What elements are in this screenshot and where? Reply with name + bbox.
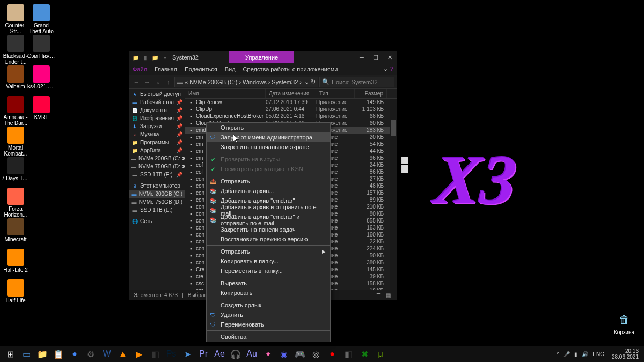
file-row[interactable]: ▪CloudExperienceHostBroker05.02.2021 4:1… xyxy=(185,113,397,120)
history-button[interactable]: ⌄ xyxy=(153,77,163,87)
context-menu-item[interactable]: Закрепить на начальном экране xyxy=(207,142,330,152)
desktop-icon[interactable]: Forza Horizon... xyxy=(3,188,28,218)
sidebar-item[interactable]: ▬NVMe 200GB (C:) xyxy=(129,190,185,198)
context-menu-item[interactable]: Копировать xyxy=(207,288,330,298)
taskbar-button[interactable]: ➤ xyxy=(179,346,195,362)
taskbar-button[interactable]: 🎮 xyxy=(292,346,308,362)
sidebar-item[interactable]: ♪Музыка📌 xyxy=(129,130,185,138)
context-menu-item[interactable]: Копировать в папку... xyxy=(207,256,330,266)
desktop-icon[interactable]: Mortal Kombat... xyxy=(3,127,28,157)
sidebar-item[interactable]: ▬NVMe 750GB (D:) xyxy=(129,198,185,206)
crumb-system32[interactable]: System32 xyxy=(272,79,298,85)
tab-apptools[interactable]: Средства работы с приложениями xyxy=(243,66,338,72)
scroll-thumb[interactable] xyxy=(391,120,396,136)
desktop-icon[interactable]: Minecraft xyxy=(3,218,28,242)
taskbar-button[interactable]: ✦ xyxy=(260,346,276,362)
tab-view[interactable]: Вид xyxy=(225,66,236,72)
maximize-button[interactable]: ☐ xyxy=(369,51,383,63)
desktop-icon[interactable]: KVRT xyxy=(29,96,54,120)
taskbar-button[interactable]: ▲ xyxy=(115,346,131,362)
sidebar-item[interactable]: 🌐Сеть xyxy=(129,217,185,225)
sidebar-item[interactable]: ★Быстрый доступ xyxy=(129,90,185,98)
tab-file[interactable]: Файл xyxy=(133,66,147,72)
taskbar-button[interactable]: ▭ xyxy=(18,346,34,362)
taskbar-button[interactable]: ⊞ xyxy=(2,346,18,362)
context-menu-item[interactable]: Вырезать xyxy=(207,278,330,288)
sidebar-item[interactable]: ▬NVMe 200GB (C: ✖ xyxy=(129,154,185,162)
desktop-icon[interactable]: Valheim xyxy=(3,65,28,90)
desktop-icon[interactable]: Counter-Str... Global Offe... xyxy=(3,4,28,34)
taskbar-button[interactable]: Ps xyxy=(163,346,179,362)
context-menu-item[interactable]: 📚Добавить в архив "cmd.rar" и отправить … xyxy=(207,215,330,225)
desktop-icon[interactable]: Blacksad - Under t... xyxy=(3,35,28,65)
col-type[interactable]: Тип xyxy=(316,89,355,98)
manage-tab[interactable]: Управление xyxy=(229,51,294,63)
breadcrumb[interactable]: ▬ « NVMe 200GB (C:)› Windows› System32› … xyxy=(174,77,318,87)
taskbar-button[interactable]: ◧ xyxy=(340,346,356,362)
sidebar-item[interactable]: ⬇Загрузки📌 xyxy=(129,122,185,130)
search-input[interactable]: 🔍 Поиск: System32 xyxy=(319,77,394,87)
sidebar-item[interactable]: 📁Программы📌 xyxy=(129,138,185,146)
column-headers[interactable]: Имя Дата изменения Тип Размер xyxy=(185,89,397,99)
taskbar-button[interactable]: ⚙ xyxy=(83,346,99,362)
clock[interactable]: 20:16 28.06.2021 xyxy=(609,348,642,360)
taskbar-button[interactable]: Au xyxy=(244,346,260,362)
taskbar-button[interactable]: Ae xyxy=(211,346,228,362)
sidebar-item[interactable]: 📁AppData📌 xyxy=(129,146,185,154)
taskbar-button[interactable]: 📁 xyxy=(34,346,50,362)
sidebar-item[interactable]: ▬SSD 1TB (E:)📌 xyxy=(129,171,185,179)
context-menu-item[interactable]: Создать ярлык xyxy=(207,300,330,310)
desktop-icon[interactable]: 7 Days To Die xyxy=(3,157,28,181)
desktop-icon[interactable]: Half-Life 2 xyxy=(3,249,28,273)
mic-icon[interactable]: 🎤 xyxy=(564,351,570,357)
chevron-down-icon[interactable]: ⌄ xyxy=(383,65,388,72)
lang-indicator[interactable]: ENG xyxy=(592,351,604,357)
sidebar-item[interactable]: 🖼Изображения📌 xyxy=(129,114,185,122)
taskbar-button[interactable]: 📋 xyxy=(50,346,67,362)
tab-share[interactable]: Поделиться xyxy=(185,66,217,72)
context-menu-item[interactable]: 🛡Переименовать xyxy=(207,320,330,329)
taskbar-button[interactable]: ● xyxy=(67,346,83,362)
taskbar-button[interactable]: 🎧 xyxy=(228,346,244,362)
context-menu-item[interactable]: Закрепить на панели задач xyxy=(207,225,330,234)
taskbar-button[interactable]: W xyxy=(99,346,115,362)
network-icon[interactable]: ▮ xyxy=(574,351,577,357)
titlebar[interactable]: 📁 ▮ 📁 ▾ System32 Управление ─ ☐ ✕ xyxy=(129,51,397,63)
context-menu-item[interactable]: Переместить в папку... xyxy=(207,266,330,276)
context-menu-item[interactable]: Восстановить прежнюю версию xyxy=(207,234,330,244)
context-menu-item[interactable]: 📚Добавить в архив... xyxy=(207,186,330,196)
tab-home[interactable]: Главная xyxy=(155,66,177,72)
context-menu-item[interactable]: 📤Отправить xyxy=(207,176,330,186)
col-name[interactable]: Имя xyxy=(185,89,266,98)
file-row[interactable]: ▪ClipRenew07.12.2019 17:39Приложение149 … xyxy=(185,99,397,106)
crumb-drive[interactable]: NVMe 200GB (C:) xyxy=(189,79,237,85)
context-menu-item[interactable]: Отправить▶ xyxy=(207,247,330,256)
tray-expand-icon[interactable]: ^ xyxy=(557,351,560,357)
desktop-icon[interactable]: Half-Life xyxy=(3,279,28,304)
close-button[interactable]: ✕ xyxy=(383,51,397,63)
context-menu-item[interactable]: ✔Посмотреть репутацию в KSN xyxy=(207,164,330,174)
taskbar-button[interactable]: ● xyxy=(324,346,340,362)
context-menu-item[interactable]: 🛡Удалить xyxy=(207,310,330,320)
taskbar-button[interactable]: ✖ xyxy=(356,346,372,362)
taskbar-button[interactable]: ◉ xyxy=(276,346,292,362)
sidebar-item[interactable]: ▬Рабочий стол📌 xyxy=(129,98,185,106)
recycle-bin[interactable]: 🗑 Корзина xyxy=(612,311,636,335)
view-details-button[interactable]: ☰ xyxy=(374,292,383,299)
taskbar-button[interactable]: Pr xyxy=(195,346,211,362)
desktop-icon[interactable]: Amnesia - The Dar... xyxy=(3,96,28,126)
taskbar-button[interactable]: μ xyxy=(372,346,389,362)
sidebar-item[interactable]: 📄Документы📌 xyxy=(129,106,185,114)
sidebar-item[interactable]: ▬SSD 1TB (E:) xyxy=(129,206,185,214)
context-menu-item[interactable]: Открыть xyxy=(207,123,330,132)
back-button[interactable]: ← xyxy=(131,77,141,87)
help-icon[interactable]: ? xyxy=(390,65,393,72)
view-icons-button[interactable]: ▦ xyxy=(384,292,392,299)
forward-button[interactable]: → xyxy=(142,77,152,87)
sidebar-item[interactable]: ▬NVMe 750GB (D: ✖ xyxy=(129,162,185,171)
taskbar-button[interactable]: ▶ xyxy=(131,346,147,362)
taskbar-button[interactable]: ◧ xyxy=(147,346,163,362)
context-menu-item[interactable]: Свойства xyxy=(207,332,330,342)
minimize-button[interactable]: ─ xyxy=(355,51,369,63)
context-menu-item[interactable]: 🛡Запуск от имени администратора xyxy=(207,132,330,142)
